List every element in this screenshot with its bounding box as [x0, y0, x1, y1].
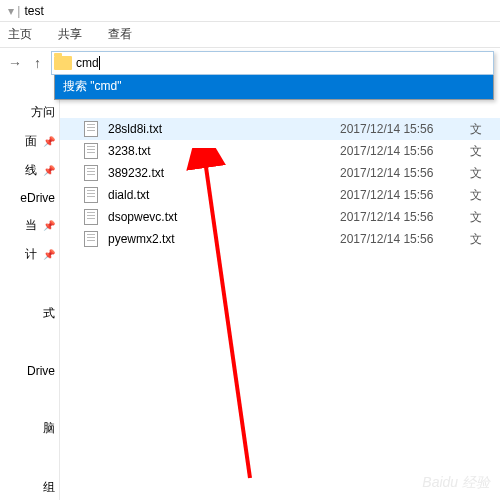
watermark: Baidu 经验	[422, 474, 490, 492]
file-list: 28sld8i.txt 2017/12/14 15:56 文 3238.txt …	[60, 78, 500, 500]
tab-view[interactable]: 查看	[104, 22, 136, 47]
file-name: diald.txt	[108, 188, 340, 202]
file-date: 2017/12/14 15:56	[340, 122, 470, 136]
file-type: 文	[470, 143, 500, 160]
text-cursor	[99, 56, 100, 70]
file-name: pyewmx2.txt	[108, 232, 340, 246]
file-type: 文	[470, 187, 500, 204]
file-type: 文	[470, 121, 500, 138]
file-date: 2017/12/14 15:56	[340, 188, 470, 202]
ribbon-tabs: 主页 共享 查看	[0, 22, 500, 48]
up-button[interactable]: ↑	[30, 55, 45, 71]
window-title: test	[24, 4, 43, 18]
file-name: 389232.txt	[108, 166, 340, 180]
sidebar-item[interactable]: 当📌	[0, 211, 59, 240]
file-row[interactable]: diald.txt 2017/12/14 15:56 文	[60, 184, 500, 206]
pin-icon: 📌	[43, 136, 55, 147]
folder-icon	[54, 56, 72, 70]
file-date: 2017/12/14 15:56	[340, 166, 470, 180]
file-icon	[84, 121, 98, 137]
file-date: 2017/12/14 15:56	[340, 144, 470, 158]
file-type: 文	[470, 209, 500, 226]
file-row[interactable]: 3238.txt 2017/12/14 15:56 文	[60, 140, 500, 162]
pin-icon: 📌	[43, 220, 55, 231]
main-area: 方问 面📌 线📌 eDrive 当📌 计📌 式 Drive 脑 组 28sld8…	[0, 78, 500, 500]
file-row[interactable]: pyewmx2.txt 2017/12/14 15:56 文	[60, 228, 500, 250]
file-row[interactable]: 28sld8i.txt 2017/12/14 15:56 文	[60, 118, 500, 140]
sidebar-item[interactable]: 线📌	[0, 156, 59, 185]
address-text: cmd	[76, 56, 99, 70]
sidebar-item[interactable]: 方问	[0, 98, 59, 127]
sidebar-item[interactable]: 组	[0, 473, 59, 500]
pin-icon: 📌	[43, 249, 55, 260]
sidebar-item[interactable]: 脑	[0, 414, 59, 443]
file-icon	[84, 165, 98, 181]
file-type: 文	[470, 231, 500, 248]
tab-home[interactable]: 主页	[4, 22, 36, 47]
file-icon	[84, 187, 98, 203]
pin-icon: 📌	[43, 165, 55, 176]
file-name: 3238.txt	[108, 144, 340, 158]
file-date: 2017/12/14 15:56	[340, 232, 470, 246]
sidebar: 方问 面📌 线📌 eDrive 当📌 计📌 式 Drive 脑 组	[0, 78, 60, 500]
file-name: 28sld8i.txt	[108, 122, 340, 136]
tab-share[interactable]: 共享	[54, 22, 86, 47]
file-type: 文	[470, 165, 500, 182]
sidebar-item[interactable]: 式	[0, 299, 59, 328]
sidebar-item[interactable]: Drive	[0, 358, 59, 384]
address-bar[interactable]: cmd	[51, 51, 494, 75]
title-separator: ▾ |	[8, 4, 20, 18]
sidebar-item[interactable]: 计📌	[0, 240, 59, 269]
sidebar-item[interactable]: 面📌	[0, 127, 59, 156]
nav-bar: → ↑ cmd	[0, 48, 500, 78]
file-row[interactable]: 389232.txt 2017/12/14 15:56 文	[60, 162, 500, 184]
back-button[interactable]: →	[6, 55, 24, 71]
file-icon	[84, 231, 98, 247]
sidebar-item[interactable]: eDrive	[0, 185, 59, 211]
file-icon	[84, 209, 98, 225]
file-icon	[84, 143, 98, 159]
file-name: dsopwevc.txt	[108, 210, 340, 224]
file-row[interactable]: dsopwevc.txt 2017/12/14 15:56 文	[60, 206, 500, 228]
title-bar: ▾ | test	[0, 0, 500, 22]
file-date: 2017/12/14 15:56	[340, 210, 470, 224]
